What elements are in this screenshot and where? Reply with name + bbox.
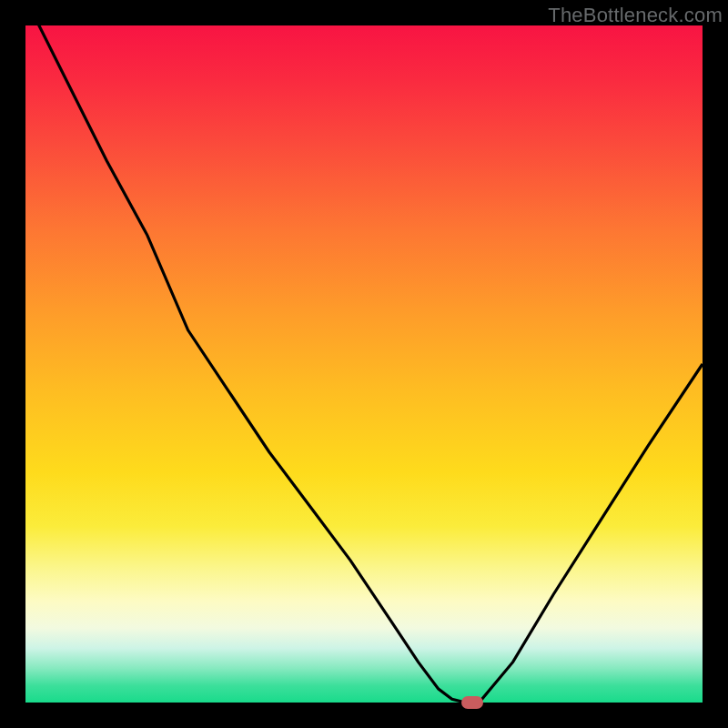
watermark-text: TheBottleneck.com: [548, 4, 723, 27]
plot-area: [25, 25, 703, 703]
optimal-marker: [461, 696, 483, 709]
bottleneck-curve: [25, 25, 703, 703]
curve-path: [25, 25, 703, 703]
chart-frame: TheBottleneck.com: [0, 0, 728, 728]
